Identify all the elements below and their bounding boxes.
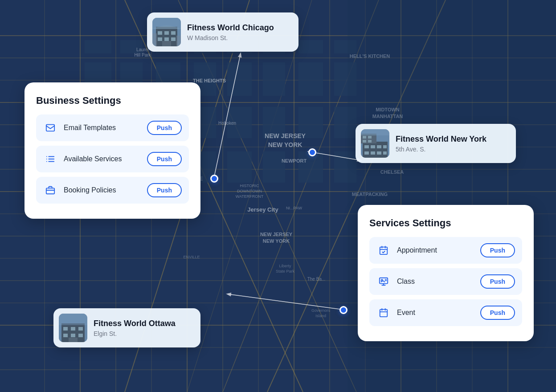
available-services-push-button[interactable]: Push: [147, 152, 182, 166]
svg-text:ENVILLE: ENVILLE: [183, 255, 200, 259]
svg-text:State Park: State Park: [276, 269, 295, 274]
services-settings-title: Services Settings: [369, 217, 522, 229]
ottawa-location-card: Fitness World Ottawa Elgin St.: [53, 308, 200, 347]
svg-text:Laurel: Laurel: [136, 47, 149, 52]
svg-rect-109: [164, 37, 169, 41]
svg-rect-129: [368, 140, 372, 143]
svg-text:Hill Park: Hill Park: [134, 53, 151, 57]
users-screen-icon: [376, 274, 391, 289]
newyork-thumbnail: [361, 129, 389, 158]
svg-rect-139: [69, 338, 78, 342]
svg-rect-65: [227, 151, 252, 183]
appointment-row: Appointment Push: [369, 237, 522, 264]
newyork-address: 5th Ave. S.: [396, 146, 487, 153]
svg-text:NEW YORK: NEW YORK: [268, 141, 303, 148]
ottawa-address: Elgin St.: [94, 330, 176, 337]
event-push-button[interactable]: Push: [480, 306, 515, 320]
services-settings-card: Services Settings Appointment Push: [358, 205, 534, 341]
svg-rect-130: [361, 129, 389, 135]
location-dot-center: [210, 175, 218, 183]
svg-rect-123: [377, 151, 381, 155]
svg-rect-37: [85, 40, 111, 53]
svg-text:NEW JERSEY: NEW JERSEY: [260, 232, 293, 237]
newyork-info: Fitness World New York 5th Ave. S.: [396, 134, 487, 152]
svg-text:NI...PAW: NI...PAW: [286, 206, 303, 210]
chicago-location-card: Fitness World Chicago W Madison St.: [147, 12, 298, 52]
svg-text:Hoboken: Hoboken: [218, 121, 236, 126]
svg-rect-137: [71, 334, 75, 337]
svg-rect-107: [171, 31, 176, 35]
svg-rect-150: [380, 247, 388, 255]
calendar-check-icon: [376, 243, 391, 257]
svg-rect-49: [227, 62, 252, 96]
svg-text:NEWPORT: NEWPORT: [282, 158, 307, 163]
available-services-label: Available Services: [64, 155, 141, 163]
svg-rect-135: [78, 327, 83, 331]
svg-rect-43: [298, 40, 323, 53]
newyork-name: Fitness World New York: [396, 134, 487, 144]
ottawa-thumbnail: [59, 314, 87, 342]
email-templates-row: Email Templates Push: [36, 114, 189, 141]
svg-rect-158: [380, 310, 388, 317]
booking-policies-push-button[interactable]: Push: [147, 183, 182, 197]
svg-text:NEW JERSEY: NEW JERSEY: [265, 132, 306, 139]
svg-rect-51: [298, 62, 323, 96]
svg-rect-110: [171, 37, 176, 41]
ottawa-name: Fitness World Ottawa: [94, 318, 176, 329]
svg-text:NEW YORK: NEW YORK: [263, 238, 290, 244]
svg-rect-112: [152, 33, 157, 46]
chicago-thumbnail: [152, 18, 181, 46]
appointment-push-button[interactable]: Push: [480, 243, 515, 257]
email-templates-label: Email Templates: [64, 124, 141, 132]
svg-rect-117: [364, 145, 369, 148]
list-icon: [43, 152, 57, 166]
briefcase-icon: [43, 183, 57, 197]
ottawa-info: Fitness World Ottawa Elgin St.: [94, 318, 176, 337]
svg-rect-106: [164, 31, 169, 35]
svg-text:DOWNTOWN: DOWNTOWN: [237, 189, 262, 193]
svg-text:Governors: Governors: [311, 308, 331, 313]
svg-rect-122: [371, 151, 375, 155]
svg-rect-126: [363, 136, 366, 139]
svg-rect-148: [46, 188, 54, 194]
chicago-address: W Madison St.: [187, 34, 274, 41]
svg-rect-124: [383, 151, 387, 155]
svg-rect-119: [377, 145, 381, 148]
svg-rect-127: [368, 136, 372, 139]
svg-rect-120: [383, 145, 387, 148]
svg-rect-118: [371, 145, 375, 148]
email-templates-push-button[interactable]: Push: [147, 121, 182, 135]
svg-text:Island: Island: [315, 314, 326, 318]
appointment-label: Appointment: [397, 246, 474, 254]
svg-rect-111: [162, 41, 171, 46]
svg-rect-134: [71, 327, 75, 331]
svg-text:The Ba...: The Ba...: [307, 277, 326, 282]
svg-text:THE HEIGHTS: THE HEIGHTS: [193, 78, 226, 83]
class-label: Class: [397, 278, 474, 286]
svg-rect-128: [363, 140, 366, 143]
svg-text:Jersey City: Jersey City: [247, 206, 278, 213]
email-icon: [43, 121, 57, 135]
class-push-button[interactable]: Push: [480, 274, 515, 289]
available-services-row: Available Services Push: [36, 146, 189, 172]
chicago-name: Fitness World Chicago: [187, 23, 274, 33]
business-settings-title: Business Settings: [36, 95, 189, 106]
svg-rect-141: [46, 125, 54, 131]
newyork-location-card: Fitness World New York 5th Ave. S.: [356, 124, 516, 163]
business-settings-card: Business Settings Email Templates Push A…: [25, 82, 200, 219]
svg-text:HISTORIC: HISTORIC: [240, 184, 259, 188]
svg-rect-113: [176, 36, 181, 46]
svg-rect-50: [263, 62, 285, 96]
svg-rect-116: [363, 142, 388, 158]
chicago-info: Fitness World Chicago W Madison St.: [187, 23, 274, 41]
svg-rect-66: [263, 151, 285, 183]
svg-text:Liberty: Liberty: [279, 264, 291, 268]
event-row: Event Push: [369, 299, 522, 326]
svg-rect-138: [78, 334, 83, 337]
booking-policies-label: Booking Policies: [64, 186, 141, 194]
class-row: Class Push: [369, 268, 522, 295]
location-dot-ottawa: [339, 306, 348, 314]
svg-rect-108: [158, 37, 162, 41]
svg-rect-105: [158, 31, 162, 35]
svg-rect-121: [364, 151, 369, 155]
